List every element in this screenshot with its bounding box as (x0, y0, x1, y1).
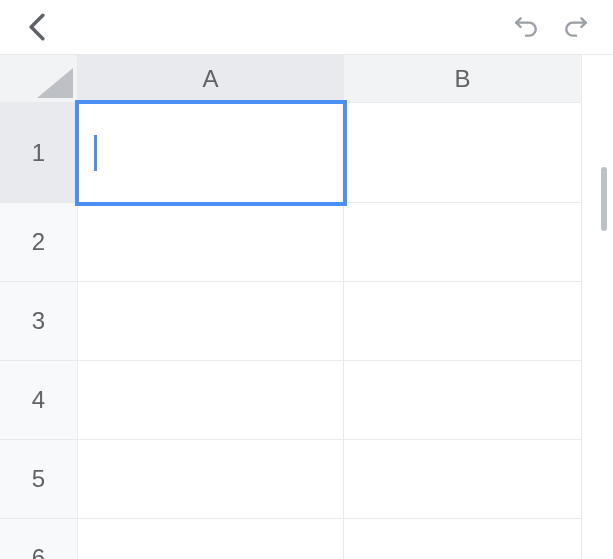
cell-a5[interactable] (78, 440, 344, 519)
column-headers: A B (0, 55, 613, 103)
redo-button[interactable] (561, 14, 591, 40)
toolbar (0, 0, 613, 54)
row-header-4[interactable]: 4 (0, 361, 78, 440)
cell-a6[interactable] (78, 519, 344, 559)
cell-a4[interactable] (78, 361, 344, 440)
row-header-2[interactable]: 2 (0, 203, 78, 282)
spreadsheet-grid: A B 1 2 3 4 5 6 (0, 54, 613, 559)
cell-b4[interactable] (344, 361, 582, 440)
column-header-b[interactable]: B (344, 55, 582, 103)
select-all-corner[interactable] (0, 55, 78, 103)
cell-a2[interactable] (78, 203, 344, 282)
row-header-6[interactable]: 6 (0, 519, 78, 559)
row-header-1[interactable]: 1 (0, 103, 78, 203)
cell-b6[interactable] (344, 519, 582, 559)
cell-b2[interactable] (344, 203, 582, 282)
undo-button[interactable] (511, 14, 541, 40)
row-header-3[interactable]: 3 (0, 282, 78, 361)
back-button[interactable] (26, 13, 48, 41)
toolbar-right (511, 14, 591, 40)
row-header-5[interactable]: 5 (0, 440, 78, 519)
toolbar-left (26, 13, 48, 41)
cell-b1[interactable] (344, 103, 582, 203)
cell-b3[interactable] (344, 282, 582, 361)
cell-a1[interactable] (78, 103, 344, 203)
vertical-scrollbar[interactable] (601, 167, 607, 231)
cells-area (78, 103, 582, 559)
column-header-a[interactable]: A (78, 55, 344, 103)
row-headers: 1 2 3 4 5 6 (0, 103, 78, 559)
cell-a3[interactable] (78, 282, 344, 361)
cell-b5[interactable] (344, 440, 582, 519)
grid-body: 1 2 3 4 5 6 (0, 103, 613, 559)
